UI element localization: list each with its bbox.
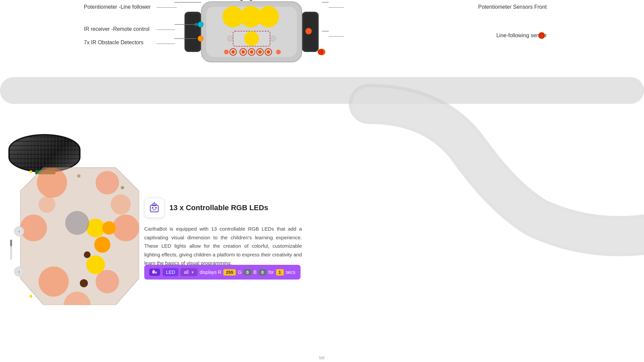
ir-obstacle-label: 7x IR Obstacle Detectors xyxy=(84,40,144,46)
svg-point-22 xyxy=(250,50,253,54)
secs-label: secs xyxy=(286,269,296,275)
svg-point-56 xyxy=(80,279,88,287)
feature-icon-box xyxy=(144,198,164,218)
svg-point-24 xyxy=(258,50,262,54)
potentiometer-sensors-front-label: Potentiometer Sensors Front xyxy=(478,4,547,10)
g-label: G xyxy=(238,269,241,275)
svg-point-50 xyxy=(121,186,124,189)
svg-point-44 xyxy=(112,215,139,241)
line-sensor-icon xyxy=(538,32,545,39)
svg-rect-67 xyxy=(152,271,155,274)
yellow-indicator-bottom xyxy=(30,295,32,298)
ir-receiver-label: IR receiver -Remote control xyxy=(84,26,150,32)
feature-title: 13 x Controllable RGB LEDs xyxy=(169,203,268,212)
svg-point-54 xyxy=(94,237,110,253)
svg-rect-69 xyxy=(153,270,155,271)
yellow-indicator-top xyxy=(30,170,32,173)
svg-point-53 xyxy=(102,221,116,235)
svg-point-41 xyxy=(37,168,67,198)
feature-description: CarthaBot is equipped with 13 controllab… xyxy=(144,225,302,267)
svg-point-62 xyxy=(152,207,154,209)
svg-point-52 xyxy=(86,219,105,237)
svg-point-18 xyxy=(231,50,235,54)
svg-point-28 xyxy=(276,50,281,54)
svg-point-42 xyxy=(96,171,119,194)
svg-point-14 xyxy=(227,36,233,41)
nav-arrow-left-2[interactable]: ‹ xyxy=(14,266,24,277)
svg-point-16 xyxy=(306,28,312,34)
svg-point-55 xyxy=(86,255,105,274)
code-block: LED all ▼ displays R 255 G 0 B 0 for 1 xyxy=(144,265,301,280)
top-section: Potentiometer -Line follower IR receiver… xyxy=(0,0,644,101)
time-value[interactable]: 1 xyxy=(276,269,284,276)
dropdown-arrow: ▼ xyxy=(191,270,194,274)
connector-ir-obstacle xyxy=(157,44,175,44)
svg-point-15 xyxy=(270,36,276,41)
led-block[interactable]: LED xyxy=(163,268,178,276)
connector-potentiometer xyxy=(157,7,177,8)
all-dropdown[interactable]: all ▼ xyxy=(180,268,198,276)
connector-right-potentiometer xyxy=(329,7,344,8)
scroll-bar xyxy=(10,240,12,260)
for-label: for xyxy=(268,269,274,275)
svg-rect-2 xyxy=(186,13,200,50)
svg-point-48 xyxy=(111,194,131,215)
svg-point-7 xyxy=(239,0,244,1)
svg-point-27 xyxy=(224,50,229,54)
block-icon-area xyxy=(149,268,160,276)
svg-point-11 xyxy=(258,6,279,27)
svg-point-26 xyxy=(267,50,270,54)
carthabot-icon xyxy=(148,201,161,215)
robot-side-view: ‹ ‹ xyxy=(20,164,139,305)
svg-point-51 xyxy=(77,174,80,178)
svg-point-20 xyxy=(241,50,245,54)
svg-point-66 xyxy=(154,202,155,203)
potentiometer-line-label: Potentiometer -Line follower xyxy=(84,4,151,10)
robot-top-view xyxy=(174,0,329,72)
svg-point-63 xyxy=(155,207,157,209)
feature-header: 13 x Controllable RGB LEDs xyxy=(144,198,305,218)
scroll-indicator: tor xyxy=(319,355,325,360)
svg-point-43 xyxy=(20,215,47,241)
b-value[interactable]: 0 xyxy=(259,269,266,276)
connector-right-line xyxy=(329,36,344,37)
displays-text: displays R xyxy=(200,269,221,275)
svg-point-45 xyxy=(39,266,69,297)
svg-point-13 xyxy=(244,31,259,46)
svg-point-30 xyxy=(198,22,203,27)
connector-ir-receiver xyxy=(157,29,175,30)
block-icon xyxy=(152,269,157,275)
bottom-section: ‹ ‹ xyxy=(0,94,644,355)
svg-point-39 xyxy=(319,50,322,54)
nav-arrow-left[interactable]: ‹ xyxy=(14,226,24,236)
scroll-thumb xyxy=(10,240,12,246)
r-value[interactable]: 255 xyxy=(223,269,236,276)
svg-point-8 xyxy=(249,0,253,1)
svg-rect-68 xyxy=(155,272,157,274)
svg-point-32 xyxy=(198,36,203,41)
info-panel: 13 x Controllable RGB LEDs CarthaBot is … xyxy=(144,198,305,267)
svg-point-49 xyxy=(39,196,55,213)
b-label: B xyxy=(254,269,257,275)
svg-point-58 xyxy=(65,211,89,235)
svg-point-57 xyxy=(84,251,91,258)
g-value[interactable]: 0 xyxy=(244,269,251,276)
